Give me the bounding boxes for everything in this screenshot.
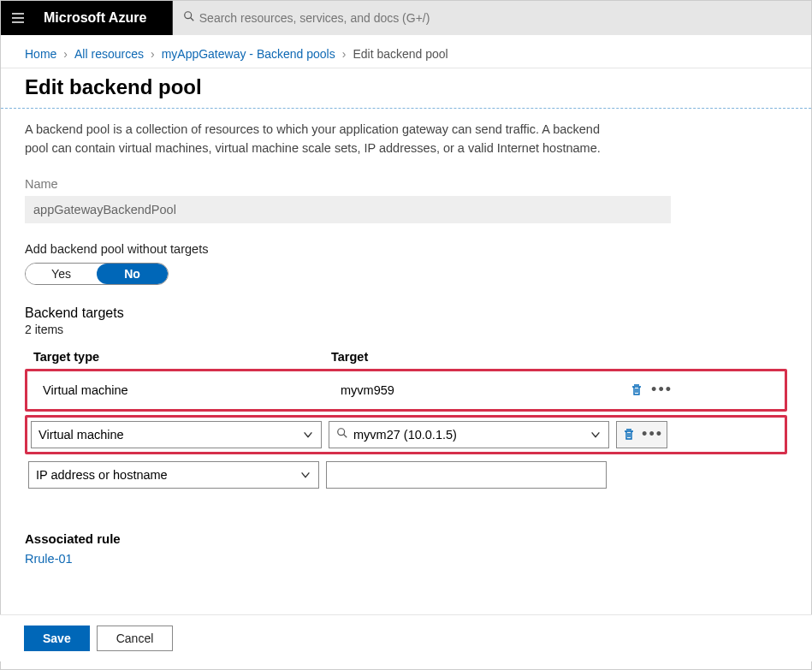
table-row: IP address or hostname <box>25 458 787 492</box>
row-actions: ••• <box>621 381 673 400</box>
search-icon <box>336 427 348 442</box>
target-type-value: IP address or hostname <box>36 468 168 482</box>
search-input[interactable] <box>199 11 801 25</box>
target-type-value: Virtual machine <box>39 428 124 442</box>
chevron-down-icon <box>299 469 311 481</box>
chevron-right-icon: › <box>63 47 68 61</box>
save-button[interactable]: Save <box>24 626 90 651</box>
more-icon[interactable]: ••• <box>651 381 673 399</box>
breadcrumb: Home › All resources › myAppGateway - Ba… <box>1 35 811 68</box>
target-type-select[interactable]: IP address or hostname <box>28 461 319 489</box>
delete-icon[interactable] <box>627 381 646 400</box>
name-label: Name <box>25 177 787 191</box>
row-actions: ••• <box>616 421 667 448</box>
topbar: Microsoft Azure <box>1 1 811 35</box>
svg-line-3 <box>344 435 347 438</box>
more-icon[interactable]: ••• <box>642 425 663 443</box>
associated-rule-section: Associated rule Rrule-01 <box>25 531 787 566</box>
menu-icon[interactable] <box>1 10 35 26</box>
chevron-right-icon: › <box>342 47 347 61</box>
target-type-value: Virtual machine <box>36 377 327 404</box>
table-row: Virtual machine myvm959 ••• <box>25 369 787 412</box>
page-title: Edit backend pool <box>25 75 787 99</box>
cancel-button[interactable]: Cancel <box>97 626 174 651</box>
page-body: Edit backend pool A backend pool is a co… <box>1 68 811 580</box>
footer: Save Cancel <box>0 614 812 661</box>
breadcrumb-gateway[interactable]: myAppGateway - Backend pools <box>162 47 335 61</box>
toggle-no[interactable]: No <box>97 264 168 284</box>
svg-point-0 <box>185 12 192 19</box>
breadcrumb-current: Edit backend pool <box>353 47 447 61</box>
chevron-down-icon <box>302 429 314 441</box>
chevron-down-icon <box>590 429 602 441</box>
target-input[interactable] <box>326 461 607 489</box>
toggle-yes[interactable]: Yes <box>26 264 97 284</box>
target-select[interactable]: myvm27 (10.0.1.5) <box>329 421 609 448</box>
target-value: myvm27 (10.0.1.5) <box>353 428 457 442</box>
brand: Microsoft Azure <box>35 10 172 26</box>
breadcrumb-all-resources[interactable]: All resources <box>74 47 144 61</box>
rule-link[interactable]: Rrule-01 <box>25 552 73 566</box>
search-icon <box>183 10 195 26</box>
table-row: Virtual machine myvm27 (10.0.1.5) ••• <box>25 415 787 454</box>
breadcrumb-home[interactable]: Home <box>25 47 56 61</box>
targets-heading: Backend targets <box>25 305 787 321</box>
associated-rule-heading: Associated rule <box>25 531 787 546</box>
target-type-select[interactable]: Virtual machine <box>31 421 322 448</box>
separator <box>1 108 811 109</box>
without-targets-label: Add backend pool without targets <box>25 242 787 256</box>
without-targets-toggle[interactable]: Yes No <box>25 263 169 285</box>
target-value: myvm959 <box>334 377 614 404</box>
svg-point-2 <box>338 429 345 436</box>
chevron-right-icon: › <box>151 47 155 61</box>
name-input: appGatewayBackendPool <box>25 196 671 223</box>
delete-icon[interactable] <box>620 425 637 444</box>
col-target-type: Target type <box>33 350 324 364</box>
table-header: Target type Target <box>25 345 787 369</box>
svg-line-1 <box>191 18 194 21</box>
targets-count: 2 items <box>25 323 787 336</box>
global-search[interactable] <box>172 1 811 35</box>
page-description: A backend pool is a collection of resour… <box>25 121 624 158</box>
col-target: Target <box>331 350 612 364</box>
